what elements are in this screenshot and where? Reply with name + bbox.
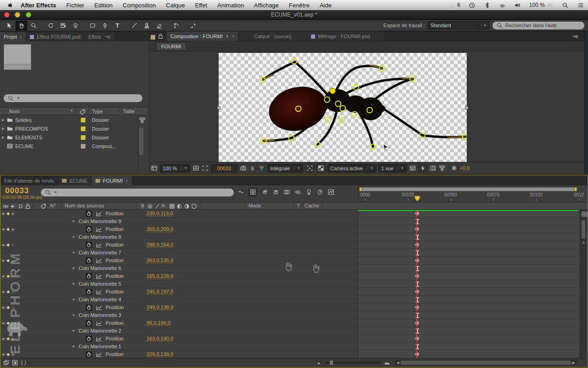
wifi-icon[interactable] <box>499 2 506 9</box>
stopwatch-icon[interactable] <box>85 242 92 248</box>
eraser-tool-icon[interactable] <box>153 21 165 30</box>
exposure-value[interactable]: +0,0 <box>460 165 470 171</box>
work-area-bar[interactable] <box>359 187 577 191</box>
property-label[interactable]: Position <box>106 351 124 357</box>
switches-halfleft-icon[interactable] <box>176 203 183 210</box>
next-keyframe-icon[interactable]: ▶ <box>12 243 15 247</box>
group-row-coin-marionnette-3[interactable]: ▼Coin Marionnette 3 <box>0 311 358 319</box>
rotation-tool-icon[interactable] <box>45 21 57 30</box>
track-row[interactable] <box>358 304 578 311</box>
group-row-coin-marionnette-8[interactable]: ▼Coin Marionnette 8 <box>0 233 358 241</box>
bluetooth-icon[interactable] <box>484 2 491 9</box>
viewer-tab-3[interactable]: Métrage : FOURMI.psd <box>307 32 385 41</box>
property-row-position[interactable]: ◀◆▶Position95,0,196,0 <box>0 319 358 327</box>
group-row-coin-marionnette-4[interactable]: ▼Coin Marionnette 4 <box>0 296 358 304</box>
menu-calque[interactable]: Calque <box>166 2 185 9</box>
draft-3d-icon[interactable] <box>261 189 268 196</box>
track-row[interactable] <box>358 351 578 358</box>
target-region-icon[interactable] <box>305 164 314 172</box>
lock-column-icon[interactable] <box>24 203 31 210</box>
item-name[interactable]: ECUME <box>15 144 34 149</box>
panel-menu-icon[interactable] <box>104 34 111 40</box>
label-column-icon[interactable] <box>40 203 47 210</box>
stopwatch-icon[interactable] <box>85 288 92 295</box>
composition-mini-flow-icon[interactable] <box>237 189 244 196</box>
group-row-coin-marionnette-7[interactable]: ▼Coin Marionnette 7 <box>0 249 358 257</box>
property-label[interactable]: Position <box>106 289 124 294</box>
project-item-solides[interactable]: ▶SolidesDossier <box>0 115 138 124</box>
keyframe-navigator[interactable]: ◀◆▶ <box>1 241 23 248</box>
track-row[interactable] <box>358 264 578 272</box>
position-value[interactable]: 249,0,138,0 <box>147 305 173 310</box>
property-row-position[interactable]: ◀◆▶Position298,0,164,0 <box>0 241 358 249</box>
prev-keyframe-icon[interactable]: ◀ <box>1 305 4 310</box>
work-area-start-handle[interactable] <box>359 187 362 191</box>
timeline-tab-file-d-attente-de-rendu[interactable]: File d'attente de rendu <box>0 176 58 185</box>
group-label[interactable]: Coin Marionnette 4 <box>79 297 121 302</box>
keyframe-diamond-icon[interactable]: ◆ <box>6 227 10 231</box>
expression-graph-icon[interactable] <box>96 336 102 343</box>
track-row[interactable] <box>358 280 578 288</box>
selection-tool-icon[interactable] <box>3 21 15 30</box>
group-label[interactable]: Coin Marionnette 7 <box>79 250 121 255</box>
solo-column-icon[interactable] <box>17 203 24 210</box>
menu-animation[interactable]: Animation <box>217 2 244 9</box>
group-row-coin-marionnette-1[interactable]: ▼Coin Marionnette 1 <box>0 343 358 351</box>
spotlight-icon[interactable] <box>562 2 569 9</box>
prev-keyframe-icon[interactable]: ◀ <box>1 227 4 231</box>
scroll-up-icon[interactable]: ▲ <box>581 241 587 244</box>
property-label[interactable]: Position <box>106 242 124 247</box>
view-layout-select[interactable]: 1 vue▼ <box>379 164 407 172</box>
current-time-indicator-head[interactable] <box>414 196 420 202</box>
auto-keyframe-icon[interactable] <box>317 189 323 196</box>
type-tool-icon[interactable]: T <box>112 21 123 30</box>
timeline-zoom-slider[interactable] <box>326 362 381 363</box>
stopwatch-icon[interactable] <box>85 273 92 280</box>
flowchart-icon[interactable] <box>139 117 146 124</box>
composition-pasteboard[interactable] <box>148 52 584 162</box>
lock-panel-icon[interactable] <box>157 33 164 40</box>
property-label[interactable]: Position <box>106 258 124 263</box>
label-swatch[interactable] <box>81 135 85 140</box>
position-value[interactable]: 245,0,197,0 <box>147 289 173 295</box>
timeline-track-area[interactable] <box>358 210 578 359</box>
group-row-coin-marionnette-6[interactable]: ▼Coin Marionnette 6 <box>0 264 358 272</box>
expression-graph-icon[interactable] <box>96 351 102 358</box>
menu-app-name[interactable]: After Effects <box>21 2 56 9</box>
property-row-position[interactable]: ◀◆▶Position230,0,113,0 <box>0 210 358 218</box>
camera-tool-icon[interactable] <box>57 21 69 30</box>
live-update-icon[interactable] <box>249 188 257 196</box>
next-keyframe-icon[interactable]: ▶ <box>12 212 15 216</box>
brainstorm-icon[interactable] <box>305 189 312 196</box>
notification-menu-icon[interactable] <box>577 2 584 9</box>
video-column-icon[interactable] <box>2 203 9 210</box>
region-of-interest-icon[interactable] <box>202 165 209 172</box>
twirl-down-icon[interactable]: ▼ <box>72 251 75 255</box>
switches-halfright-icon[interactable] <box>183 203 190 210</box>
breadcrumb-comp[interactable]: FOURMI <box>156 42 186 51</box>
group-row-coin-marionnette-9[interactable]: ▼Coin Marionnette 9 <box>0 218 358 225</box>
safe-margins-icon[interactable] <box>192 165 199 172</box>
timeline-ruler[interactable]: 0000000250005000075001000012 <box>358 185 578 202</box>
expression-graph-icon[interactable] <box>96 305 102 311</box>
item-name[interactable]: ELEMENTS <box>15 135 42 140</box>
time-machine-icon[interactable] <box>469 2 475 9</box>
property-label[interactable]: Position <box>106 273 124 279</box>
expression-graph-icon[interactable] <box>96 258 102 264</box>
transparency-grid-icon[interactable] <box>317 164 325 172</box>
prev-keyframe-icon[interactable]: ◀ <box>1 290 4 294</box>
panel-menu-icon[interactable] <box>571 33 578 40</box>
shy-layers-icon[interactable] <box>272 189 279 196</box>
mini-flowchart-icon[interactable] <box>439 165 446 172</box>
switches-fx-icon[interactable]: fx <box>161 203 165 208</box>
stopwatch-icon[interactable] <box>85 351 92 358</box>
brush-tool-icon[interactable] <box>129 21 140 30</box>
switches-shield-icon[interactable] <box>191 203 198 210</box>
magnification-select[interactable]: 100 %▼ <box>160 164 190 172</box>
layer-handle-left[interactable] <box>217 106 220 109</box>
property-row-position[interactable]: ◀◆▶Position355,0,209,0 <box>0 225 358 233</box>
position-value[interactable]: 229,0,139,0 <box>147 351 173 357</box>
track-row[interactable] <box>358 241 578 249</box>
expression-graph-icon[interactable] <box>96 242 102 249</box>
audio-column-icon[interactable] <box>10 203 17 210</box>
